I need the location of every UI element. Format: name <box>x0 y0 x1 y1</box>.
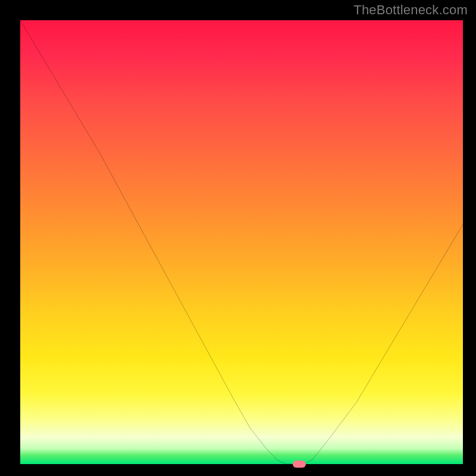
curve-path <box>20 20 463 464</box>
chart-frame: TheBottleneck.com <box>0 0 476 476</box>
watermark-text: TheBottleneck.com <box>353 2 468 18</box>
bottleneck-curve <box>20 20 463 464</box>
optimum-marker <box>293 461 306 468</box>
plot-area <box>20 20 463 464</box>
